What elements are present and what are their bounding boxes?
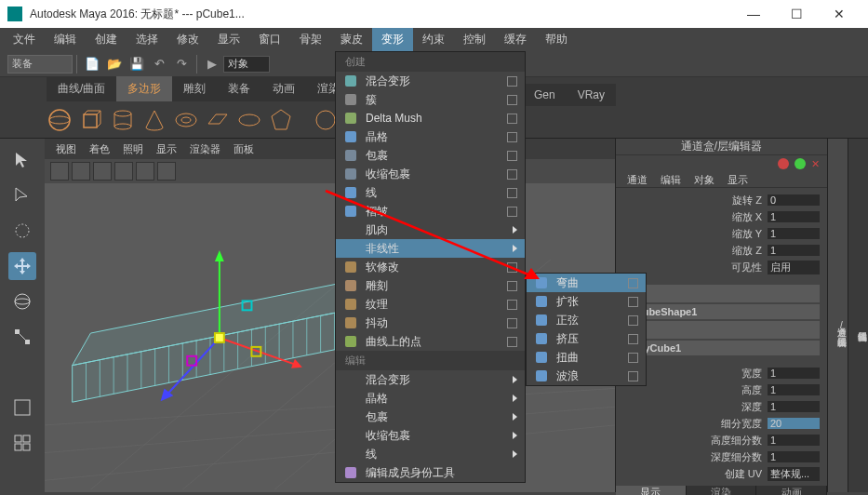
- submenu-item-扩张[interactable]: 扩张: [527, 292, 646, 311]
- menu-控制[interactable]: 控制: [454, 28, 495, 51]
- vp-grid-icon[interactable]: [72, 162, 90, 181]
- select-tool-icon[interactable]: [8, 146, 36, 174]
- vp-xray-icon[interactable]: [136, 162, 154, 181]
- menu-item-Delta Mush[interactable]: Delta Mush: [336, 109, 525, 127]
- menu-编辑[interactable]: 编辑: [45, 28, 86, 51]
- attr-value[interactable]: 1: [768, 245, 820, 256]
- input-node-name[interactable]: polyCube1: [623, 341, 820, 355]
- side-strip-channel[interactable]: 通道盒/层编辑器: [827, 139, 848, 492]
- option-box-icon[interactable]: [507, 151, 517, 161]
- scale-tool-icon[interactable]: [8, 323, 36, 351]
- channel-tab-编辑[interactable]: 编辑: [661, 173, 681, 187]
- menu-item-褶皱[interactable]: 褶皱: [336, 202, 525, 221]
- option-box-icon[interactable]: [628, 334, 638, 344]
- menu-item-雕刻[interactable]: 雕刻: [336, 276, 525, 295]
- menu-item-混合变形[interactable]: 混合变形: [336, 370, 525, 389]
- submenu-item-扭曲[interactable]: 扭曲: [527, 348, 646, 367]
- channel-red-icon[interactable]: [778, 158, 789, 169]
- vp-menu-面板[interactable]: 面板: [234, 142, 254, 156]
- open-file-icon[interactable]: 📂: [105, 55, 124, 74]
- layer-tab-渲染[interactable]: 渲染: [687, 486, 757, 495]
- attr-value[interactable]: 整体规...: [768, 467, 820, 481]
- option-box-icon[interactable]: [507, 188, 517, 198]
- poly-plane-icon[interactable]: [205, 107, 231, 133]
- option-box-icon[interactable]: [628, 371, 638, 381]
- paint-select-icon[interactable]: [8, 217, 36, 245]
- option-box-icon[interactable]: [628, 353, 638, 363]
- option-box-icon[interactable]: [507, 114, 517, 124]
- menu-显示[interactable]: 显示: [208, 28, 249, 51]
- poly-disc-icon[interactable]: [236, 107, 262, 133]
- menu-item-晶格[interactable]: 晶格: [336, 389, 525, 408]
- option-box-icon[interactable]: [628, 297, 638, 307]
- menu-item-收缩包裹[interactable]: 收缩包裹: [336, 165, 525, 183]
- tab-gen[interactable]: Gen: [523, 84, 567, 106]
- attr-value[interactable]: 1: [768, 228, 820, 239]
- vp-light-icon[interactable]: [157, 162, 176, 181]
- layer-tab-显示[interactable]: 显示: [616, 486, 687, 495]
- submenu-item-挤压[interactable]: 挤压: [527, 329, 646, 348]
- rotate-tool-icon[interactable]: [8, 288, 36, 315]
- channel-tab-显示[interactable]: 显示: [728, 173, 748, 187]
- menu-item-收缩包裹[interactable]: 收缩包裹: [336, 426, 525, 445]
- poly-sphere-icon[interactable]: [47, 107, 73, 133]
- new-file-icon[interactable]: 📄: [83, 55, 101, 74]
- vp-menu-显示[interactable]: 显示: [156, 142, 177, 156]
- option-box-icon[interactable]: [507, 76, 517, 87]
- vp-shade-icon[interactable]: [93, 162, 112, 181]
- menu-文件[interactable]: 文件: [4, 28, 45, 51]
- menu-item-线[interactable]: 线: [336, 183, 525, 202]
- vp-camera-icon[interactable]: [50, 162, 69, 181]
- option-box-icon[interactable]: [507, 300, 517, 310]
- menu-item-抖动[interactable]: 抖动: [336, 314, 525, 332]
- submenu-item-弯曲[interactable]: 弯曲: [527, 274, 646, 292]
- option-box-icon[interactable]: [507, 132, 517, 142]
- menu-帮助[interactable]: 帮助: [536, 28, 577, 51]
- attr-value[interactable]: 1: [768, 401, 820, 412]
- menu-骨架[interactable]: 骨架: [290, 28, 331, 51]
- selection-mode-field[interactable]: 对象: [223, 56, 270, 73]
- menu-item-编辑成员身份工具[interactable]: 编辑成员身份工具: [336, 463, 525, 482]
- attr-value[interactable]: 启用: [768, 261, 820, 274]
- shelf-tab-雕刻[interactable]: 雕刻: [172, 76, 217, 101]
- option-box-icon[interactable]: [507, 207, 517, 217]
- lasso-tool-icon[interactable]: [8, 181, 36, 209]
- submenu-item-正弦[interactable]: 正弦: [527, 311, 646, 329]
- save-file-icon[interactable]: 💾: [127, 55, 146, 74]
- workspace-selector[interactable]: 装备: [7, 55, 73, 74]
- attr-value[interactable]: 1: [768, 368, 820, 379]
- option-box-icon[interactable]: [507, 95, 517, 105]
- menu-缓存[interactable]: 缓存: [495, 28, 536, 51]
- attr-value[interactable]: 1: [768, 384, 820, 395]
- attr-value[interactable]: 0: [768, 194, 820, 206]
- select-mode-icon[interactable]: ▶: [203, 55, 221, 74]
- poly-cylinder-icon[interactable]: [110, 107, 136, 133]
- menu-item-晶格[interactable]: 晶格: [336, 127, 525, 146]
- poly-cone-icon[interactable]: [141, 107, 167, 133]
- shape-node-name[interactable]: pCubeShape1: [623, 304, 820, 319]
- channel-close-icon[interactable]: ✕: [811, 158, 820, 170]
- option-box-icon[interactable]: [628, 315, 638, 326]
- menu-item-线[interactable]: 线: [336, 445, 525, 463]
- vp-menu-视图[interactable]: 视图: [56, 142, 76, 156]
- vp-menu-着色[interactable]: 着色: [89, 142, 110, 156]
- tab-vray[interactable]: VRay: [567, 84, 616, 106]
- redo-icon[interactable]: ↷: [172, 55, 191, 74]
- menu-选择[interactable]: 选择: [127, 28, 167, 51]
- option-box-icon[interactable]: [628, 278, 638, 288]
- option-box-icon[interactable]: [507, 318, 517, 328]
- maximize-button[interactable]: ☐: [775, 0, 818, 28]
- shelf-tab-多边形[interactable]: 多边形: [116, 76, 172, 101]
- menu-窗口[interactable]: 窗口: [249, 28, 290, 51]
- poly-torus-icon[interactable]: [173, 107, 199, 133]
- option-box-icon[interactable]: [507, 169, 517, 180]
- poly-cube-icon[interactable]: [78, 107, 104, 133]
- vp-menu-渲染器[interactable]: 渲染器: [190, 142, 220, 156]
- channel-green-icon[interactable]: [795, 158, 806, 169]
- menu-约束[interactable]: 约束: [413, 28, 454, 51]
- side-strip-attribute[interactable]: 属性编辑器: [848, 139, 868, 492]
- layer-tab-动画[interactable]: 动画: [756, 486, 827, 495]
- move-tool-icon[interactable]: [8, 252, 36, 280]
- shelf-tab-装备[interactable]: 装备: [217, 76, 261, 101]
- channel-tab-对象[interactable]: 对象: [694, 173, 714, 187]
